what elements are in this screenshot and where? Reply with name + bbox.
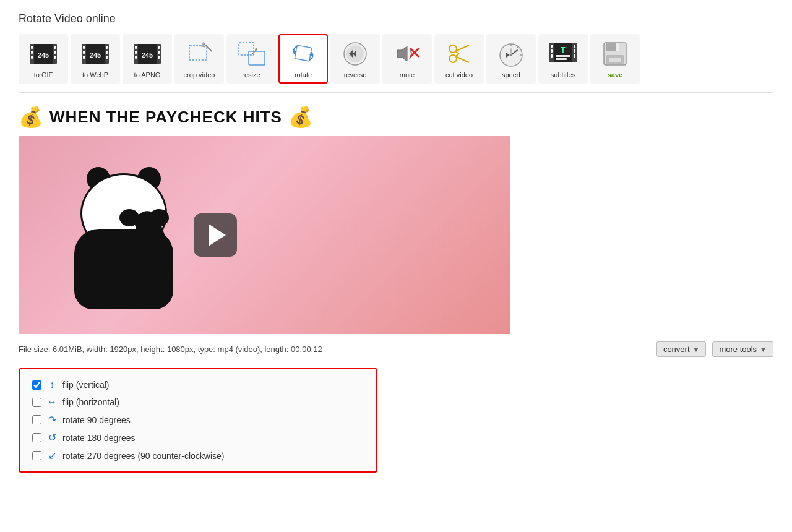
svg-rect-64 <box>551 49 553 53</box>
video-title-bar: 💰 WHEN THE PAYCHECK HITS 💰 <box>19 105 773 129</box>
rotate-90-checkbox[interactable] <box>32 415 41 424</box>
rotate-options-panel: ↕ flip (vertical) ↔ flip (horizontal) ↷ … <box>19 368 377 473</box>
flip-vertical-label[interactable]: flip (vertical) <box>62 380 109 390</box>
rotate-180-label[interactable]: rotate 180 degrees <box>62 433 136 443</box>
save-label: save <box>608 71 622 79</box>
to-gif-icon: 245 <box>28 39 58 69</box>
tool-speed[interactable]: speed <box>486 34 536 84</box>
tool-subtitles[interactable]: T subtitles <box>538 34 588 84</box>
svg-rect-30 <box>189 45 207 60</box>
rotate-90-arrow-icon: ↷ <box>46 414 58 426</box>
convert-arrow-icon: ▼ <box>693 346 700 353</box>
svg-rect-74 <box>616 43 619 51</box>
svg-rect-25 <box>135 56 137 59</box>
svg-line-49 <box>455 45 469 51</box>
page-title: Rotate Video online <box>19 12 773 25</box>
svg-rect-15 <box>83 56 85 59</box>
svg-rect-4 <box>31 51 33 54</box>
tool-resize[interactable]: resize <box>226 34 276 84</box>
option-flip-vertical: ↕ flip (vertical) <box>32 379 364 390</box>
subtitles-label: subtitles <box>551 71 575 79</box>
play-triangle-icon <box>209 224 226 246</box>
svg-rect-68 <box>574 54 575 58</box>
svg-rect-3 <box>31 46 33 49</box>
svg-line-50 <box>455 56 469 62</box>
svg-rect-23 <box>135 46 137 49</box>
crop-video-label: crop video <box>184 71 215 79</box>
svg-rect-33 <box>239 43 254 55</box>
svg-rect-37 <box>295 45 311 61</box>
flip-vertical-arrow-icon: ↕ <box>46 379 58 390</box>
cut-icon <box>444 39 474 69</box>
flip-vertical-checkbox[interactable] <box>32 380 41 390</box>
svg-rect-28 <box>158 56 160 59</box>
rotate-90-label[interactable]: rotate 90 degrees <box>62 415 131 425</box>
emoji-right: 💰 <box>288 105 313 129</box>
tool-reverse[interactable]: reverse <box>330 34 380 84</box>
to-webp-icon: 245 <box>80 39 110 69</box>
svg-text:245: 245 <box>142 51 153 59</box>
tool-to-webp[interactable]: 245 to WebP <box>71 34 120 84</box>
svg-rect-6 <box>54 46 56 49</box>
svg-text:T: T <box>561 46 566 54</box>
svg-rect-27 <box>158 51 160 54</box>
more-tools-label: more tools <box>719 345 757 354</box>
panda-figure <box>56 161 192 334</box>
video-title: WHEN THE PAYCHECK HITS <box>50 108 282 127</box>
svg-line-52 <box>455 54 459 56</box>
to-gif-label: to GIF <box>34 71 53 79</box>
file-info-text: File size: 6.01MiB, width: 1920px, heigh… <box>19 345 650 354</box>
subtitles-icon: T <box>548 39 578 69</box>
tool-to-apng[interactable]: 245 to APNG <box>123 34 172 84</box>
svg-rect-16 <box>106 46 108 49</box>
svg-rect-24 <box>135 51 137 54</box>
speed-label: speed <box>502 71 520 79</box>
svg-rect-65 <box>551 54 553 58</box>
rotate-270-label[interactable]: rotate 270 degrees (90 counter-clockwise… <box>62 451 224 461</box>
svg-rect-69 <box>556 55 570 57</box>
flip-horizontal-checkbox[interactable] <box>32 398 41 407</box>
rotate-270-checkbox[interactable] <box>32 451 41 460</box>
panda-torso <box>74 229 173 309</box>
tool-mute[interactable]: mute <box>382 34 432 84</box>
save-icon <box>600 39 630 69</box>
rotate-label: rotate <box>295 71 312 79</box>
convert-button[interactable]: convert ▼ <box>656 341 707 357</box>
video-player[interactable] <box>19 136 510 334</box>
rotate-180-checkbox[interactable] <box>32 433 41 442</box>
emoji-left: 💰 <box>19 105 43 129</box>
option-flip-horizontal: ↔ flip (horizontal) <box>32 397 364 408</box>
rotate-180-arrow-icon: ↺ <box>46 432 58 444</box>
tool-cut-video[interactable]: cut video <box>434 34 484 84</box>
svg-rect-70 <box>556 58 567 60</box>
svg-rect-66 <box>574 45 575 48</box>
more-tools-arrow-icon: ▼ <box>760 346 767 353</box>
svg-rect-34 <box>249 51 265 65</box>
option-rotate-180: ↺ rotate 180 degrees <box>32 432 364 444</box>
play-button[interactable] <box>194 213 237 257</box>
svg-rect-63 <box>551 45 553 48</box>
svg-rect-67 <box>574 49 575 53</box>
flip-horizontal-label[interactable]: flip (horizontal) <box>62 397 119 407</box>
svg-marker-44 <box>397 46 407 61</box>
more-tools-button[interactable]: more tools ▼ <box>712 341 773 357</box>
speed-icon <box>496 39 526 69</box>
toolbar: 245 to GIF 245 to WebP <box>19 34 773 93</box>
file-info-bar: File size: 6.01MiB, width: 1920px, heigh… <box>19 341 773 357</box>
svg-text:245: 245 <box>90 51 101 59</box>
svg-rect-13 <box>83 46 85 49</box>
tool-save[interactable]: save <box>590 34 640 84</box>
svg-rect-8 <box>54 56 56 59</box>
convert-label: convert <box>663 345 690 354</box>
tool-to-gif[interactable]: 245 to GIF <box>19 34 68 84</box>
to-webp-label: to WebP <box>82 71 108 79</box>
option-rotate-270: ↙ rotate 270 degrees (90 counter-clockwi… <box>32 450 364 461</box>
flip-horizontal-arrow-icon: ↔ <box>46 397 58 408</box>
rotate-icon <box>288 39 318 69</box>
svg-rect-7 <box>54 51 56 54</box>
tool-crop-video[interactable]: crop video <box>174 34 224 84</box>
to-apng-label: to APNG <box>134 71 161 79</box>
crop-icon <box>184 39 214 69</box>
tool-rotate[interactable]: rotate <box>278 34 328 84</box>
svg-rect-18 <box>106 56 108 59</box>
